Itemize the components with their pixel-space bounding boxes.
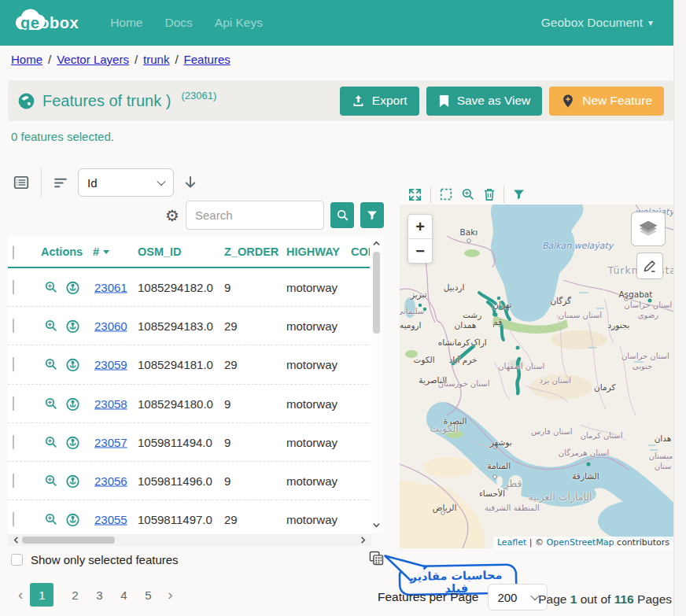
nav-links: Home Docs Api Keys — [110, 16, 263, 30]
map-label: ارومیه — [400, 320, 421, 330]
cell-z-order: 29 — [224, 319, 238, 333]
breadcrumb-link-vector-layers[interactable]: Vector Layers — [57, 53, 129, 66]
user-menu-dropdown[interactable]: Geobox Document ▾ — [541, 16, 653, 30]
pagination-next[interactable]: › — [160, 586, 179, 603]
pagination-prev[interactable]: ‹ — [11, 586, 30, 603]
locate-feature-icon[interactable] — [65, 280, 80, 295]
map-fullscreen-icon[interactable] — [408, 187, 422, 202]
zoom-to-feature-icon[interactable] — [44, 512, 58, 526]
table-row: 23059 1085294181.0 29 motorway — [8, 345, 371, 384]
map-label: استان هرمزگان — [559, 448, 610, 456]
search-button[interactable] — [330, 202, 354, 228]
locate-feature-icon[interactable] — [65, 357, 80, 372]
filter-button[interactable] — [360, 202, 384, 228]
zoom-in-button[interactable]: + — [408, 215, 432, 239]
column-header-id[interactable]: # — [93, 245, 109, 258]
search-input[interactable] — [186, 201, 324, 230]
map-filter-icon[interactable] — [512, 188, 526, 201]
pagination-page-4[interactable]: 4 — [112, 583, 135, 607]
osm-link[interactable]: OpenStreetMap — [547, 537, 614, 548]
nav-link-docs[interactable]: Docs — [164, 16, 192, 30]
locate-feature-icon[interactable] — [65, 319, 80, 334]
cell-highway: motorway — [286, 358, 337, 371]
row-checkbox[interactable] — [13, 474, 14, 489]
gear-icon[interactable]: ⚙ — [165, 208, 179, 223]
new-feature-button[interactable]: New Feature — [549, 87, 664, 116]
feature-id-link[interactable]: 23059 — [94, 358, 127, 371]
layers-control[interactable] — [631, 212, 666, 246]
map-pin-plus-icon — [561, 94, 575, 109]
zoom-to-feature-icon[interactable] — [44, 474, 58, 488]
cell-z-order: 9 — [224, 474, 231, 488]
pagination-page-2[interactable]: 2 — [63, 583, 87, 607]
zoom-to-feature-icon[interactable] — [44, 435, 58, 449]
column-header-osm-id[interactable]: OSM_ID — [138, 245, 182, 258]
table-body: 23061 1085294182.0 9 motorway — [8, 268, 371, 539]
table-row: 23057 1059811494.0 9 motorway — [8, 423, 371, 462]
nav-link-home[interactable]: Home — [110, 16, 142, 30]
map-label: کرمانشاه — [438, 338, 470, 347]
row-checkbox[interactable] — [13, 396, 14, 411]
sort-field-select[interactable]: Id — [78, 168, 174, 197]
show-only-selected: Show only selected features — [11, 553, 179, 566]
map-panel[interactable]: welaýatyBakıBalkan welaýatyTürkmenistanA… — [400, 205, 673, 548]
zoom-to-feature-icon[interactable] — [44, 319, 58, 333]
breadcrumb-link-trunk[interactable]: trunk — [143, 53, 169, 66]
zoom-out-button[interactable]: − — [408, 239, 432, 263]
map-zoom-icon[interactable] — [461, 187, 475, 201]
map-select-area-icon[interactable] — [439, 187, 453, 201]
locate-feature-icon[interactable] — [65, 512, 80, 527]
scroll-down-icon[interactable] — [372, 521, 381, 529]
row-checkbox[interactable] — [13, 280, 14, 295]
row-checkbox[interactable] — [13, 434, 14, 449]
feature-id-link[interactable]: 23057 — [94, 435, 127, 448]
breadcrumb-link-home[interactable]: Home — [11, 53, 42, 66]
row-checkbox[interactable] — [13, 319, 14, 334]
column-header-highway[interactable]: HIGHWAY — [286, 245, 340, 258]
feature-id-link[interactable]: 23056 — [94, 474, 127, 488]
pagination-page-1[interactable]: 1 — [30, 583, 53, 607]
new-feature-label: New Feature — [582, 94, 652, 108]
pagination-page-3[interactable]: 3 — [87, 583, 111, 607]
show-only-selected-checkbox[interactable] — [11, 554, 23, 566]
feature-id-link[interactable]: 23055 — [94, 513, 127, 526]
export-button[interactable]: Export — [340, 87, 419, 116]
map-label: خرم آباد — [449, 355, 478, 364]
zoom-to-feature-icon[interactable] — [44, 280, 58, 294]
sort-lines-icon[interactable] — [53, 175, 69, 191]
feature-id-link[interactable]: 23061 — [94, 281, 127, 294]
page-scrollbar[interactable] — [673, 0, 686, 616]
vertical-scroll-thumb[interactable] — [373, 252, 380, 334]
edit-control[interactable] — [636, 253, 663, 279]
horizontal-scroll-thumb[interactable] — [22, 537, 115, 544]
locate-feature-icon[interactable] — [65, 434, 80, 449]
select-all-checkbox[interactable] — [13, 245, 14, 260]
pagination-page-5[interactable]: 5 — [136, 583, 160, 607]
column-header-z-order[interactable]: Z_ORDER — [224, 245, 278, 258]
map-delete-icon[interactable] — [483, 187, 496, 201]
zoom-to-feature-icon[interactable] — [44, 397, 58, 411]
locate-feature-icon[interactable] — [65, 474, 80, 489]
leaflet-link[interactable]: Leaflet — [497, 537, 526, 548]
breadcrumb-separator: / — [48, 53, 51, 66]
scroll-up-icon[interactable] — [372, 239, 381, 248]
zoom-to-feature-icon[interactable] — [44, 357, 58, 371]
table-vertical-scrollbar[interactable] — [370, 236, 383, 533]
column-header-actions[interactable]: Actions — [41, 245, 83, 258]
map-label: Balkan welaýaty — [542, 241, 613, 251]
nav-link-api-keys[interactable]: Api Keys — [215, 16, 263, 30]
feature-id-link[interactable]: 23058 — [94, 397, 127, 410]
row-checkbox[interactable] — [13, 512, 14, 527]
row-checkbox[interactable] — [13, 357, 14, 372]
table-view-toggle-icon[interactable] — [13, 174, 30, 191]
save-as-view-button[interactable]: Save as View — [426, 87, 543, 116]
breadcrumb-link-features[interactable]: Features — [184, 53, 231, 66]
cell-osm-id: 1085294180.0 — [138, 397, 213, 410]
locate-feature-icon[interactable] — [65, 396, 80, 411]
feature-id-link[interactable]: 23060 — [94, 319, 127, 333]
geobox-logo[interactable]: geobox — [20, 7, 79, 39]
sort-direction-icon[interactable] — [183, 175, 198, 190]
table-horizontal-scrollbar[interactable] — [8, 534, 371, 546]
scroll-right-icon[interactable] — [359, 536, 367, 544]
scroll-left-icon[interactable] — [12, 536, 20, 544]
